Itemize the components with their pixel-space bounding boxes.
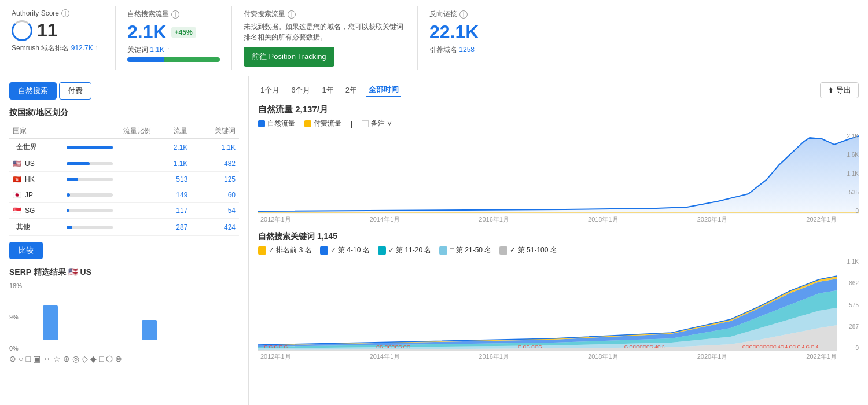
legend-organic: 自然流量 bbox=[258, 119, 295, 128]
time-filter-1个月[interactable]: 1个月 bbox=[258, 84, 282, 97]
country-keywords-link[interactable]: 60 bbox=[228, 191, 236, 199]
country-row-4: 🇸🇬SG11754 bbox=[9, 203, 239, 219]
serp-icon-11: ⬡ bbox=[106, 354, 113, 363]
kw-legend-top3: ✓ 排名前 3 名 bbox=[258, 245, 312, 255]
serp-icon-4: ↔ bbox=[43, 354, 51, 363]
authority-value: 11 bbox=[12, 20, 104, 41]
export-icon: ⬆ bbox=[827, 86, 834, 95]
keyword-bar bbox=[127, 57, 220, 62]
keywords-legend: ✓ 排名前 3 名 ✓ 第 4-10 名 ✓ 第 11-20 名 □ 第 21-… bbox=[258, 245, 859, 255]
country-keywords-link[interactable]: 424 bbox=[224, 223, 236, 231]
position-tracking-button[interactable]: 前往 Position Tracking bbox=[244, 47, 334, 67]
country-row-5: 其他287424 bbox=[9, 219, 239, 236]
kw-legend-11-20: ✓ 第 11-20 名 bbox=[378, 245, 432, 255]
backlinks-info-icon[interactable]: i bbox=[459, 10, 468, 19]
notes-checkbox[interactable] bbox=[362, 120, 369, 127]
kw-dot-11-20 bbox=[378, 246, 386, 255]
country-traffic-link[interactable]: 513 bbox=[176, 175, 187, 183]
traffic-value: 自然流量 2,137/月 bbox=[258, 104, 859, 115]
serp-bar-1 bbox=[43, 305, 57, 340]
country-keywords-link[interactable]: 1.1K bbox=[221, 143, 236, 152]
serp-bar-8 bbox=[159, 340, 173, 340]
tab-paid[interactable]: 付费 bbox=[59, 82, 91, 100]
legend-divider: | bbox=[351, 120, 352, 128]
authority-metric: Authority Score i 11 Semrush 域名排名 912.7K… bbox=[0, 6, 116, 70]
country-keywords-cell: 125 bbox=[191, 172, 239, 187]
serp-icon-12: ⊗ bbox=[115, 354, 122, 363]
traffic-legend: 自然流量 付费流量 | 备注 ∨ bbox=[258, 119, 859, 128]
country-keywords-cell: 482 bbox=[191, 156, 239, 172]
serp-icon-7: ◎ bbox=[72, 354, 79, 363]
serp-icon-5: ☆ bbox=[53, 354, 61, 363]
time-filter-6个月[interactable]: 6个月 bbox=[289, 84, 312, 97]
paid-info-icon[interactable]: i bbox=[288, 10, 296, 19]
organic-label: 自然搜索流量 i bbox=[127, 9, 220, 19]
metrics-bar: Authority Score i 11 Semrush 域名排名 912.7K… bbox=[0, 0, 868, 76]
organic-badge: +45% bbox=[171, 27, 196, 38]
country-traffic-cell: 287 bbox=[155, 219, 191, 236]
serp-bar-2 bbox=[60, 340, 74, 340]
backlinks-referring-value[interactable]: 1258 bbox=[459, 46, 475, 54]
country-traffic-link[interactable]: 149 bbox=[176, 191, 187, 199]
backlinks-label: 反向链接 i bbox=[429, 9, 856, 19]
country-traffic-link[interactable]: 2.1K bbox=[174, 143, 188, 152]
compare-button[interactable]: 比较 bbox=[9, 242, 43, 259]
time-filters: 1个月6个月1年2年全部时间 bbox=[258, 83, 401, 97]
serp-bar-5 bbox=[109, 340, 123, 340]
country-traffic-link[interactable]: 117 bbox=[176, 207, 187, 215]
country-row-2: 🇭🇰HK513125 bbox=[9, 172, 239, 187]
country-keywords-link[interactable]: 482 bbox=[224, 160, 236, 168]
country-traffic-link[interactable]: 1.1K bbox=[174, 160, 188, 168]
backlinks-value: 22.1K bbox=[429, 21, 856, 43]
serp-icon-9: ◆ bbox=[90, 354, 97, 363]
left-panel: 自然搜索 付费 按国家/地区划分 国家 流量比例 流量 关键词 全世界2.1K1… bbox=[0, 76, 249, 405]
authority-sub-value[interactable]: 912.7K bbox=[71, 44, 93, 52]
authority-label: Authority Score i bbox=[12, 9, 104, 17]
time-filter-row: 1个月6个月1年2年全部时间 ⬆ 导出 bbox=[258, 82, 859, 98]
serp-icon-10: □ bbox=[99, 354, 104, 363]
country-keywords-cell: 60 bbox=[191, 187, 239, 203]
country-row-1: 🇺🇸US1.1K482 bbox=[9, 156, 239, 172]
country-name-cell: 其他 bbox=[9, 219, 63, 236]
country-pb-cell bbox=[63, 203, 155, 219]
organic-keyword-value[interactable]: 1.1K bbox=[150, 46, 164, 54]
country-keywords-cell: 54 bbox=[191, 203, 239, 219]
organic-value: 2.1K bbox=[127, 21, 167, 43]
country-flag: 🇸🇬 bbox=[13, 207, 21, 215]
col-traffic-pct: 流量比例 bbox=[63, 124, 155, 139]
country-traffic-link[interactable]: 287 bbox=[176, 223, 187, 231]
serp-icons-row: ⊙○□▣↔☆⊕◎◇◆□⬡⊗ bbox=[9, 354, 239, 363]
serp-bar-10 bbox=[192, 340, 206, 340]
tab-organic[interactable]: 自然搜索 bbox=[9, 82, 57, 100]
authority-circle-icon bbox=[12, 20, 32, 41]
country-flag: 🇭🇰 bbox=[13, 175, 21, 183]
country-flag: 🇯🇵 bbox=[13, 191, 21, 199]
country-traffic-cell: 1.1K bbox=[155, 156, 191, 172]
keywords-section: 自然搜索关键词 1,145 ✓ 排名前 3 名 ✓ 第 4-10 名 ✓ 第 1… bbox=[258, 231, 859, 363]
kw-dot-21-50 bbox=[439, 246, 447, 255]
serp-bar-12 bbox=[225, 340, 239, 340]
export-button[interactable]: ⬆ 导出 bbox=[820, 82, 859, 98]
serp-icon-0: ⊙ bbox=[9, 354, 16, 363]
serp-bar-9 bbox=[175, 340, 189, 340]
time-filter-1年[interactable]: 1年 bbox=[319, 84, 336, 97]
country-traffic-cell: 2.1K bbox=[155, 139, 191, 156]
organic-info-icon[interactable]: i bbox=[171, 10, 179, 19]
tab-buttons: 自然搜索 付费 bbox=[9, 82, 239, 100]
time-filter-全部时间[interactable]: 全部时间 bbox=[366, 83, 401, 97]
country-keywords-link[interactable]: 125 bbox=[224, 175, 236, 183]
serp-bar-3 bbox=[76, 340, 90, 340]
serp-section: SERP 精选结果 🇺🇸 US 18% 9% 0% ⊙○□▣↔☆⊕◎◇◆□⬡⊗ bbox=[9, 267, 239, 363]
backlinks-metric: 反向链接 i 22.1K 引荐域名 1258 bbox=[418, 6, 868, 70]
serp-icon-6: ⊕ bbox=[63, 354, 70, 363]
traffic-x-labels: 2012年1月 2014年1月 2016年1月 2018年1月 2020年1月 … bbox=[258, 215, 837, 224]
country-section-title: 按国家/地区划分 bbox=[9, 108, 239, 118]
keywords-chart-svg: G G G G G CG CCCCG CG G CG CGG G CCCCCCG… bbox=[258, 259, 837, 351]
time-filter-2年[interactable]: 2年 bbox=[343, 84, 359, 97]
serp-bar-0 bbox=[27, 340, 41, 340]
country-keywords-link[interactable]: 54 bbox=[228, 207, 236, 215]
google-marker-2: CG CCCCG CG bbox=[376, 344, 410, 349]
authority-info-icon[interactable]: i bbox=[61, 9, 69, 17]
country-name-cell: 全世界 bbox=[9, 139, 63, 156]
export-label: 导出 bbox=[836, 85, 851, 95]
